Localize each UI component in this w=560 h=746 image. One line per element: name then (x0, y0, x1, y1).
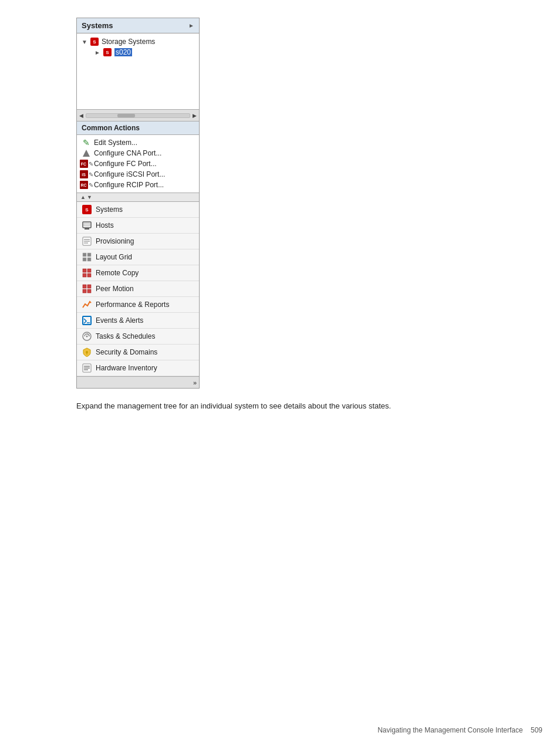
scroll-right-button[interactable]: ▶ (193, 113, 197, 119)
edit-system-icon: ✎ (82, 138, 91, 147)
provisioning-nav-icon (82, 236, 92, 247)
storage-systems-label: Storage Systems (102, 38, 155, 46)
nav-performance-label: Performance & Reports (96, 301, 169, 309)
nav-item-tasks[interactable]: Tasks & Schedules (77, 329, 199, 345)
svg-rect-14 (83, 274, 86, 277)
storage-systems-icon: S (90, 37, 99, 46)
panel-header-arrow-icon: ► (188, 22, 194, 29)
svg-rect-12 (83, 269, 86, 272)
bottom-nav-bar: » (77, 376, 199, 388)
nav-remote-copy-label: Remote Copy (96, 269, 139, 277)
footer-page: 509 (531, 726, 542, 734)
tree-expand-arrow: ► (95, 49, 100, 56)
action-configure-fc[interactable]: FC ✎ Configure FC Port... (77, 158, 199, 169)
page-footer: Navigating the Management Console Interf… (377, 726, 542, 734)
nav-systems-label: Systems (96, 205, 123, 214)
action-configure-cna[interactable]: Configure CNA Port... (77, 148, 199, 158)
svg-point-24 (86, 351, 88, 353)
description-text: Expand the management tree for an indivi… (76, 400, 391, 412)
expand-down-icon: ▼ (87, 194, 92, 200)
scroll-left-button[interactable]: ◀ (79, 113, 83, 119)
hosts-nav-icon (82, 220, 92, 231)
events-nav-icon (82, 315, 92, 326)
svg-rect-13 (87, 269, 91, 272)
nav-hardware-label: Hardware Inventory (96, 364, 157, 372)
footer-text: Navigating the Management Console Interf… (377, 726, 522, 734)
expand-collapse-row: ▲ ▼ (77, 193, 199, 202)
configure-fc-icon: FC ✎ (82, 159, 91, 168)
nav-provisioning-label: Provisioning (96, 237, 134, 245)
panel-title: Systems (82, 21, 113, 30)
nav-peer-motion-label: Peer Motion (96, 285, 134, 293)
nav-item-peer-motion[interactable]: Peer Motion (77, 281, 199, 297)
performance-nav-icon (82, 299, 92, 310)
scroll-thumb (117, 114, 135, 117)
svg-rect-18 (83, 289, 86, 293)
remote-copy-nav-icon (82, 268, 92, 278)
common-actions-header: Common Actions (77, 121, 199, 135)
security-nav-icon (82, 347, 92, 357)
peer-motion-nav-icon (82, 283, 92, 294)
more-items-arrow[interactable]: » (193, 379, 197, 386)
action-edit-system[interactable]: ✎ Edit System... (77, 137, 199, 148)
nav-tasks-label: Tasks & Schedules (96, 332, 155, 340)
action-configure-rcip-label: Configure RCIP Port... (94, 181, 164, 189)
management-panel: Systems ► ▼ S Storage Systems ► S s020 (76, 18, 200, 389)
nav-item-hardware[interactable]: Hardware Inventory (77, 360, 199, 376)
svg-rect-19 (87, 289, 91, 293)
nav-security-label: Security & Domains (96, 348, 157, 356)
nav-item-layout-grid[interactable]: Layout Grid (77, 249, 199, 265)
expand-up-icon: ▲ (80, 194, 86, 200)
scroll-track (86, 113, 190, 118)
tree-collapse-arrow: ▼ (82, 39, 87, 45)
svg-point-23 (86, 336, 88, 337)
svg-rect-9 (87, 253, 91, 256)
svg-rect-15 (87, 274, 91, 277)
s020-icon: S (103, 48, 112, 57)
nav-item-events[interactable]: Events & Alerts (77, 313, 199, 329)
s020-label: s020 (114, 48, 132, 56)
nav-item-hosts[interactable]: Hosts (77, 218, 199, 234)
nav-list: S Systems Hosts (77, 202, 199, 376)
systems-nav-icon: S (82, 204, 92, 215)
common-actions-list: ✎ Edit System... Configure CNA Port... F… (77, 135, 199, 193)
tasks-nav-icon (82, 331, 92, 342)
svg-rect-3 (84, 223, 90, 226)
nav-item-systems[interactable]: S Systems (77, 202, 199, 218)
nav-hosts-label: Hosts (96, 221, 114, 229)
nav-item-remote-copy[interactable]: Remote Copy (77, 265, 199, 281)
tree-storage-systems[interactable]: ▼ S Storage Systems (82, 37, 194, 46)
layout-grid-nav-icon (82, 252, 92, 262)
nav-item-security[interactable]: Security & Domains (77, 345, 199, 360)
nav-item-performance[interactable]: Performance & Reports (77, 297, 199, 313)
panel-header: Systems ► (77, 18, 199, 33)
action-configure-iscsi[interactable]: iS ✎ Configure iSCSI Port... (77, 169, 199, 180)
action-edit-system-label: Edit System... (94, 139, 137, 147)
nav-layout-grid-label: Layout Grid (96, 253, 132, 261)
svg-rect-16 (83, 285, 86, 288)
action-configure-cna-label: Configure CNA Port... (94, 149, 161, 157)
configure-rcip-icon: RC ✎ (82, 180, 91, 190)
svg-rect-2 (85, 228, 89, 229)
svg-rect-17 (87, 285, 91, 288)
svg-rect-11 (87, 258, 91, 261)
tree-area: ▼ S Storage Systems ► S s020 (77, 33, 199, 110)
action-configure-iscsi-label: Configure iSCSI Port... (94, 170, 165, 178)
hardware-nav-icon (82, 363, 92, 373)
nav-item-provisioning[interactable]: Provisioning (77, 234, 199, 249)
svg-rect-10 (83, 258, 86, 261)
configure-iscsi-icon: iS ✎ (82, 170, 91, 179)
action-configure-fc-label: Configure FC Port... (94, 160, 157, 168)
configure-cna-icon (82, 148, 91, 158)
nav-events-label: Events & Alerts (96, 316, 143, 325)
svg-marker-0 (83, 150, 90, 157)
tree-s020[interactable]: ► S s020 (95, 48, 194, 57)
horizontal-scrollbar[interactable]: ◀ ▶ (77, 110, 199, 121)
action-configure-rcip[interactable]: RC ✎ Configure RCIP Port... (77, 180, 199, 190)
svg-rect-8 (83, 253, 86, 256)
